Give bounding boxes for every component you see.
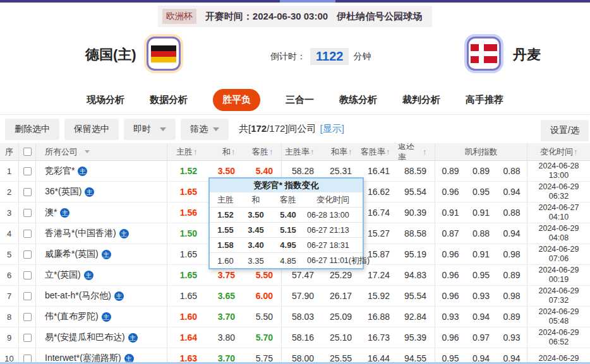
popup-row: 1.603.354.8506-27 11:01(初指) bbox=[210, 253, 363, 268]
row-checkbox[interactable] bbox=[23, 271, 32, 279]
odds-draw-cell[interactable]: 3.80 bbox=[205, 327, 243, 348]
header-odds-home[interactable]: 主胜↑ bbox=[167, 143, 205, 160]
row-checkbox[interactable] bbox=[23, 250, 32, 259]
tab-live-analysis[interactable]: 现场分析 bbox=[87, 94, 124, 106]
tab-win-draw-lose[interactable]: 胜平负 bbox=[213, 89, 260, 111]
company-cell[interactable]: 易*(安提瓜和巴布达)主 bbox=[36, 327, 167, 348]
keep-selected-button[interactable]: 保留选中 bbox=[64, 119, 119, 140]
company-cell[interactable]: 伟*(直布罗陀)主 bbox=[36, 307, 167, 327]
settings-button[interactable]: 设置/选 bbox=[541, 120, 589, 141]
table-row: 7bet-at-h*(马尔他)主1.653.656.0057.9026.1715… bbox=[0, 286, 590, 307]
host-badge-icon: 主 bbox=[128, 333, 138, 343]
odds-home-cell[interactable]: 1.64 bbox=[167, 327, 205, 348]
odds-home-cell[interactable]: 1.65 bbox=[167, 265, 205, 285]
popup-change-time: 06-27 18:31 bbox=[306, 241, 360, 250]
odds-history-popup: 竞彩官* 指数变化 主胜 和 客胜 变化时间 1.523.505.4006-28… bbox=[208, 177, 364, 269]
row-checkbox[interactable] bbox=[23, 292, 32, 300]
germany-flag-icon bbox=[147, 37, 181, 71]
company-cell[interactable]: 36*(英国)主 bbox=[36, 182, 167, 202]
change-time-cell: 2024-06-2900:19 bbox=[527, 265, 590, 285]
match-info-bar: 欧洲杯 开赛时间：2024-06-30 03:00 伊杜纳信号公园球场 bbox=[158, 6, 432, 27]
tab-data-analysis[interactable]: 数据分析 bbox=[150, 94, 188, 106]
company-name: 竞彩官* bbox=[45, 165, 75, 177]
popup-header-draw: 和 bbox=[241, 194, 270, 206]
company-cell[interactable]: bet-at-h*(马尔他)主 bbox=[36, 286, 167, 306]
odds-home-cell[interactable]: 1.50 bbox=[167, 223, 205, 244]
odds-away-cell[interactable]: 5.70 bbox=[243, 327, 282, 348]
rate-away-cell: 16.74 bbox=[360, 203, 398, 223]
realtime-dropdown[interactable]: 即时 bbox=[124, 119, 176, 140]
company-cell[interactable]: 香港马*(中国香港)主 bbox=[36, 223, 167, 244]
row-checkbox[interactable] bbox=[23, 209, 32, 217]
rate-return-cell: 90.39 bbox=[398, 203, 435, 223]
show-link[interactable]: [显示] bbox=[320, 123, 344, 134]
odds-home-cell[interactable]: 1.60 bbox=[167, 307, 205, 327]
row-checkbox[interactable] bbox=[23, 188, 32, 196]
tab-expert-recommend[interactable]: 高手推荐 bbox=[466, 94, 503, 106]
change-time-cell: 2024-06-2906:32 bbox=[527, 182, 590, 202]
odds-draw-cell[interactable]: 3.65 bbox=[205, 286, 243, 306]
change-time-cell: 2024-06-2905:48 bbox=[527, 307, 590, 327]
odds-home-cell[interactable]: 1.52 bbox=[167, 161, 205, 181]
odds-home-cell[interactable]: 1.65 bbox=[167, 286, 205, 306]
header-change-time[interactable]: 变化时间↑ bbox=[527, 143, 590, 160]
company-cell[interactable]: 澳*主 bbox=[36, 203, 167, 223]
sort-up-icon: ↑ bbox=[574, 148, 577, 156]
header-select-all[interactable] bbox=[19, 143, 36, 160]
header-rate-home[interactable]: 主胜率↑ bbox=[282, 143, 322, 160]
teams-header: 德国(主) 倒计时： 1122 分钟 丹麦 bbox=[0, 30, 590, 86]
sort-up-icon: ↑ bbox=[423, 148, 426, 156]
popup-row: 1.523.505.4006-28 13:00 bbox=[210, 208, 363, 223]
popup-header-time: 变化时间 bbox=[306, 194, 360, 206]
company-cell[interactable]: 立*(英国)主 bbox=[36, 265, 167, 285]
change-date: 2024-06-29 bbox=[539, 182, 579, 192]
odds-away-cell[interactable]: 6.00 bbox=[243, 286, 282, 306]
company-name: bet-at-h*(马尔他) bbox=[45, 290, 111, 302]
odds-home-cell[interactable]: 1.65 bbox=[167, 182, 205, 202]
odds-value: 1.65 bbox=[180, 291, 197, 301]
kelly-cell: 0.94 bbox=[497, 182, 527, 202]
header-rate-away[interactable]: 客胜率↑ bbox=[360, 143, 398, 160]
row-checkbox[interactable] bbox=[23, 230, 32, 238]
row-checkbox[interactable] bbox=[23, 355, 32, 363]
change-date: 2024-06-29 bbox=[539, 328, 579, 338]
header-company[interactable]: 所有公司 bbox=[36, 143, 167, 160]
odds-away-cell[interactable]: 5.50 bbox=[243, 307, 282, 327]
kelly-cell: 0.97 bbox=[466, 327, 497, 348]
header-odds-draw[interactable]: 和↑ bbox=[205, 143, 243, 160]
company-name: 香港马*(中国香港) bbox=[45, 228, 116, 239]
popup-change-time: 06-27 11:01(初指) bbox=[306, 255, 360, 266]
row-checkbox[interactable] bbox=[23, 313, 32, 321]
rate-return-cell: 95.19 bbox=[398, 244, 435, 264]
row-checkbox[interactable] bbox=[23, 334, 32, 342]
company-name: 伟*(直布罗陀) bbox=[45, 311, 99, 322]
kelly-cell: 0.94 bbox=[466, 307, 497, 327]
popup-change-time: 06-28 13:00 bbox=[306, 211, 360, 220]
select-all-checkbox[interactable] bbox=[23, 148, 32, 156]
filter-dropdown[interactable]: 筛选 bbox=[181, 119, 229, 140]
change-date: 2024-06-29 bbox=[539, 245, 579, 254]
odds-home-cell[interactable]: 1.65 bbox=[167, 244, 205, 264]
odds-home-cell[interactable]: 1.56 bbox=[167, 203, 205, 223]
tab-coach-analysis[interactable]: 教练分析 bbox=[339, 94, 377, 106]
countdown-unit: 分钟 bbox=[353, 51, 371, 62]
delete-selected-button[interactable]: 删除选中 bbox=[5, 119, 59, 140]
odds-value: 1.50 bbox=[180, 228, 197, 238]
filter-dropdown-label: 筛选 bbox=[190, 124, 208, 135]
header-rate-draw[interactable]: 和率↑ bbox=[322, 143, 360, 160]
row-checkbox[interactable] bbox=[23, 167, 32, 175]
rate-away-cell: 16.88 bbox=[360, 307, 398, 327]
company-cell[interactable]: 竞彩官*主 bbox=[36, 161, 167, 181]
home-team-name: 德国(主) bbox=[85, 45, 136, 64]
change-time-cell: 2024-06-2904:08 bbox=[527, 223, 590, 244]
rate-away-cell: 16.62 bbox=[360, 182, 398, 202]
tab-referee-analysis[interactable]: 裁判分析 bbox=[402, 94, 440, 106]
league-badge: 欧洲杯 bbox=[162, 9, 196, 24]
odds-draw-cell[interactable]: 3.70 bbox=[205, 307, 243, 327]
change-time: 05:48 bbox=[549, 317, 569, 326]
header-odds-away[interactable]: 客胜↑ bbox=[243, 143, 282, 160]
tab-three-in-one[interactable]: 三合一 bbox=[286, 94, 314, 106]
company-cell[interactable]: 威廉希*(英国)主 bbox=[36, 244, 167, 264]
header-rate-return[interactable]: 返还率↑ bbox=[398, 143, 435, 160]
checkbox-cell bbox=[19, 223, 36, 244]
